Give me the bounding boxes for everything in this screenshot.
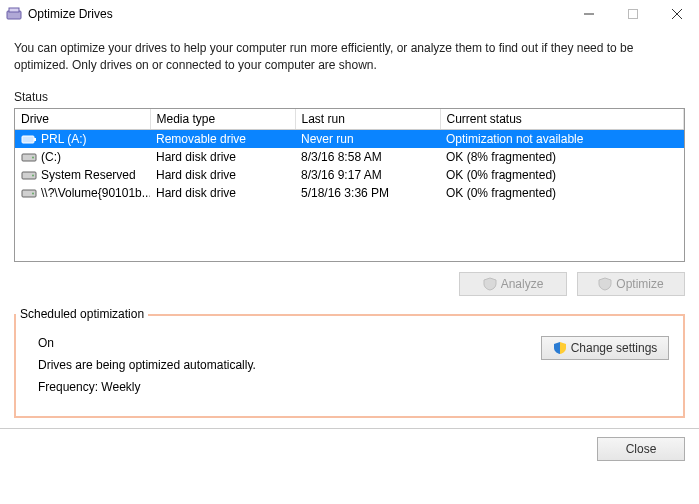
window-controls <box>567 0 699 28</box>
schedule-desc: Drives are being optimized automatically… <box>38 358 541 372</box>
svg-rect-3 <box>629 10 638 19</box>
last-run: 8/3/16 9:17 AM <box>295 166 440 184</box>
media-type: Hard disk drive <box>150 184 295 202</box>
svg-point-11 <box>32 174 34 176</box>
col-current[interactable]: Current status <box>440 109 684 130</box>
table-row[interactable]: \\?\Volume{90101b...Hard disk drive5/18/… <box>15 184 684 202</box>
optimize-label: Optimize <box>616 277 663 291</box>
last-run: 8/3/16 8:58 AM <box>295 148 440 166</box>
change-settings-button[interactable]: Change settings <box>541 336 669 360</box>
current-status: Optimization not available <box>440 129 684 148</box>
scheduled-optimization-group: Scheduled optimization On Drives are bei… <box>14 314 685 418</box>
drive-icon <box>21 151 37 163</box>
svg-rect-6 <box>22 136 34 143</box>
bottom-bar: Close <box>0 428 699 469</box>
table-row[interactable]: PRL (A:)Removable driveNever runOptimiza… <box>15 129 684 148</box>
col-lastrun[interactable]: Last run <box>295 109 440 130</box>
close-button[interactable] <box>655 0 699 28</box>
drive-icon <box>21 169 37 181</box>
drive-icon <box>21 187 37 199</box>
table-row[interactable]: (C:)Hard disk drive8/3/16 8:58 AMOK (8% … <box>15 148 684 166</box>
analyze-button: Analyze <box>459 272 567 296</box>
drive-name: System Reserved <box>41 168 136 182</box>
optimize-button: Optimize <box>577 272 685 296</box>
col-media[interactable]: Media type <box>150 109 295 130</box>
drives-table[interactable]: Drive Media type Last run Current status… <box>15 109 684 202</box>
drive-icon <box>21 133 37 145</box>
close-dialog-button[interactable]: Close <box>597 437 685 461</box>
schedule-legend: Scheduled optimization <box>16 307 148 321</box>
intro-text: You can optimize your drives to help you… <box>14 40 685 74</box>
titlebar: Optimize Drives <box>0 0 699 28</box>
shield-icon <box>553 341 567 355</box>
close-label: Close <box>626 442 657 456</box>
drive-name: PRL (A:) <box>41 132 87 146</box>
window-title: Optimize Drives <box>28 7 567 21</box>
svg-rect-1 <box>9 8 19 12</box>
app-icon <box>6 6 22 22</box>
drives-table-container: Drive Media type Last run Current status… <box>14 108 685 262</box>
schedule-freq: Frequency: Weekly <box>38 380 541 394</box>
media-type: Hard disk drive <box>150 148 295 166</box>
current-status: OK (0% fragmented) <box>440 166 684 184</box>
svg-point-13 <box>32 192 34 194</box>
drive-name: (C:) <box>41 150 61 164</box>
change-settings-label: Change settings <box>571 341 658 355</box>
maximize-button[interactable] <box>611 0 655 28</box>
schedule-state: On <box>38 336 541 350</box>
col-drive[interactable]: Drive <box>15 109 150 130</box>
analyze-label: Analyze <box>501 277 544 291</box>
shield-icon <box>483 277 497 291</box>
table-header-row: Drive Media type Last run Current status <box>15 109 684 130</box>
media-type: Removable drive <box>150 129 295 148</box>
current-status: OK (0% fragmented) <box>440 184 684 202</box>
minimize-button[interactable] <box>567 0 611 28</box>
shield-icon <box>598 277 612 291</box>
current-status: OK (8% fragmented) <box>440 148 684 166</box>
media-type: Hard disk drive <box>150 166 295 184</box>
last-run: 5/18/16 3:36 PM <box>295 184 440 202</box>
table-row[interactable]: System ReservedHard disk drive8/3/16 9:1… <box>15 166 684 184</box>
status-label: Status <box>14 90 685 104</box>
drive-name: \\?\Volume{90101b... <box>41 186 150 200</box>
svg-rect-7 <box>34 138 36 141</box>
last-run: Never run <box>295 129 440 148</box>
svg-point-9 <box>32 156 34 158</box>
